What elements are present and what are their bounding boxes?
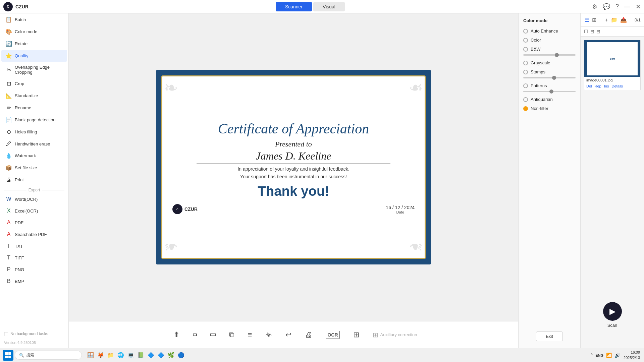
print-tool-button[interactable]: 🖨 bbox=[302, 328, 316, 341]
settings-icon[interactable]: ⚙ bbox=[592, 3, 597, 10]
qr-button[interactable]: ⊞ bbox=[350, 328, 363, 341]
taskbar-app-icons: 🪟 🦊 📁 🌐 💻 📗 🔷 🔷 🌿 🔵 bbox=[86, 351, 186, 360]
sidebar-item-bmp[interactable]: B BMP bbox=[1, 276, 67, 287]
grid-view-icon[interactable]: ⊞ bbox=[591, 16, 597, 24]
add-image-icon[interactable]: + bbox=[604, 16, 608, 24]
sidebar-item-word[interactable]: W Word(OCR) bbox=[1, 193, 67, 205]
taskbar-search[interactable]: 🔍 搜索 bbox=[15, 351, 82, 360]
auxiliary-correction-icon: ⊞ bbox=[373, 331, 378, 339]
color-option-bw[interactable]: B&W bbox=[519, 45, 580, 54]
sidebar-item-blank-page[interactable]: 📄 Blank page detection bbox=[1, 114, 67, 126]
sidebar-item-overlapping[interactable]: ✂ Overlapping Edge Cropping bbox=[1, 62, 67, 77]
sidebar-item-png[interactable]: P PNG bbox=[1, 264, 67, 275]
tray-expand[interactable]: ^ bbox=[590, 352, 594, 359]
bw-slider[interactable] bbox=[523, 54, 576, 56]
checkbox-icon[interactable]: ☐ bbox=[584, 29, 588, 34]
taskbar-app-8[interactable]: 🔷 bbox=[156, 351, 166, 360]
sidebar-label-pdf: PDF bbox=[15, 220, 23, 225]
sort-icon[interactable]: ⊟ bbox=[596, 29, 600, 34]
minimize-icon[interactable]: — bbox=[624, 3, 630, 10]
export-image-icon[interactable]: 📤 bbox=[620, 16, 628, 24]
search-icon: 🔍 bbox=[19, 353, 24, 358]
exit-button[interactable]: Exit bbox=[536, 331, 563, 341]
taskbar-app-5[interactable]: 💻 bbox=[126, 351, 136, 360]
sidebar-item-holes[interactable]: ⊙ Holes filling bbox=[1, 126, 67, 138]
help-icon[interactable]: ? bbox=[615, 3, 619, 10]
thumb-preview: Cert bbox=[584, 40, 640, 77]
label-antiquarian: Antiquarian bbox=[531, 97, 553, 102]
sidebar-item-pdf[interactable]: A PDF bbox=[1, 217, 67, 228]
color-option-stamps[interactable]: Stamps bbox=[519, 67, 580, 76]
sidebar-item-excel[interactable]: X Excel(OCR) bbox=[1, 205, 67, 217]
cert-logo-text: CZUR bbox=[184, 206, 198, 212]
png-icon: P bbox=[5, 266, 12, 273]
multi-crop-button[interactable]: ⧉ bbox=[226, 328, 238, 341]
scan-button[interactable]: ▶ bbox=[603, 302, 622, 321]
ocr-icon: OCR bbox=[326, 331, 339, 339]
taskbar-app-4[interactable]: 🌐 bbox=[116, 351, 125, 360]
color-option-grayscale[interactable]: Grayscale bbox=[519, 58, 580, 67]
crop-tool-button[interactable] bbox=[207, 331, 219, 338]
filter-icon[interactable]: ⊟ bbox=[590, 29, 594, 34]
patterns-slider[interactable] bbox=[523, 91, 576, 92]
undo-icon: ↩ bbox=[285, 330, 291, 339]
color-option-non-filter[interactable]: Non-filter bbox=[519, 104, 580, 113]
sidebar-item-print[interactable]: 🖨 Print bbox=[1, 174, 67, 185]
ocr-button[interactable]: OCR bbox=[322, 329, 343, 341]
undo-button[interactable]: ↩ bbox=[282, 328, 295, 341]
stamps-slider-row bbox=[519, 76, 580, 81]
color-option-auto-enhance[interactable]: Auto Enhance bbox=[519, 26, 580, 36]
sidebar-item-handwritten[interactable]: 🖊 Handwritten erase bbox=[1, 138, 67, 149]
hazard-button[interactable]: ☣ bbox=[262, 328, 275, 341]
taskbar-app-6[interactable]: 📗 bbox=[136, 351, 146, 360]
import-button[interactable]: ⬆ bbox=[170, 328, 183, 341]
start-button[interactable] bbox=[3, 350, 13, 361]
sidebar-item-color-mode[interactable]: 🎨 Color mode bbox=[1, 26, 67, 38]
thumb-rep[interactable]: Rep bbox=[595, 84, 601, 88]
color-option-antiquarian[interactable]: Antiquarian bbox=[519, 95, 580, 104]
sidebar-item-batch[interactable]: 📋 Batch bbox=[1, 14, 67, 25]
thumb-del[interactable]: Del bbox=[586, 84, 592, 88]
crop-tool-icon bbox=[210, 334, 216, 336]
blank-page-icon: 📄 bbox=[5, 117, 12, 123]
chat-icon[interactable]: 💬 bbox=[603, 3, 610, 10]
list-view-icon[interactable]: ☰ bbox=[584, 16, 590, 24]
color-option-patterns[interactable]: Patterns bbox=[519, 81, 580, 90]
auxiliary-correction-area[interactable]: ⊞ Auxiliary correction bbox=[373, 331, 417, 339]
sidebar-item-tiff[interactable]: T TIFF bbox=[1, 252, 67, 263]
taskbar-app-7[interactable]: 🔷 bbox=[146, 351, 156, 360]
hazard-icon: ☣ bbox=[265, 330, 272, 339]
sidebar-item-standardize[interactable]: 📐 Standardize bbox=[1, 90, 67, 102]
sidebar-item-rotate[interactable]: 🔄 Rotate bbox=[1, 38, 67, 50]
sidebar-item-file-size[interactable]: 📦 Set file size bbox=[1, 162, 67, 174]
standardize-icon: 📐 bbox=[5, 93, 12, 99]
folder-icon[interactable]: 📁 bbox=[610, 16, 618, 24]
sidebar-item-rename[interactable]: ✏ Rename bbox=[1, 102, 67, 114]
color-option-color[interactable]: Color bbox=[519, 36, 580, 45]
taskbar-app-9[interactable]: 🌿 bbox=[166, 351, 176, 360]
select-button[interactable] bbox=[190, 331, 200, 338]
sidebar-label-txt: TXT bbox=[15, 244, 23, 249]
stamps-slider[interactable] bbox=[523, 77, 576, 78]
tab-scanner[interactable]: Scanner bbox=[276, 2, 312, 11]
scan-area: ▶ Scan bbox=[581, 94, 644, 348]
sidebar-item-searchable-pdf[interactable]: A Searchable PDF bbox=[1, 229, 67, 240]
sidebar-item-quality[interactable]: ⭐ Quality bbox=[1, 50, 67, 62]
taskbar-app-2[interactable]: 🦊 bbox=[96, 351, 105, 360]
tray-lang[interactable]: ENG bbox=[595, 353, 604, 358]
tab-visual[interactable]: Visual bbox=[313, 2, 345, 11]
taskbar-app-3[interactable]: 📁 bbox=[106, 351, 115, 360]
tray-network[interactable]: 📶 bbox=[605, 352, 612, 359]
close-icon[interactable]: ✕ bbox=[636, 3, 641, 10]
sidebar-item-watermark[interactable]: 💧 Watermark bbox=[1, 150, 67, 162]
sidebar-item-txt[interactable]: T TXT bbox=[1, 240, 67, 252]
certificate-container: ❧ ❧ ❧ ❧ Certificate of Appreciation Pres… bbox=[156, 70, 431, 264]
tray-sound[interactable]: 🔊 bbox=[614, 352, 621, 359]
sidebar-item-crop[interactable]: ⊡ Crop bbox=[1, 78, 67, 89]
taskbar-app-1[interactable]: 🪟 bbox=[86, 351, 95, 360]
taskbar-clock[interactable]: 16:09 2025/2/13 bbox=[622, 350, 641, 360]
thumb-details[interactable]: Details bbox=[611, 84, 623, 88]
taskbar-app-10[interactable]: 🔵 bbox=[176, 351, 186, 360]
thumb-ins[interactable]: Ins bbox=[604, 84, 609, 88]
adjust-button[interactable]: ≡ bbox=[245, 328, 256, 341]
